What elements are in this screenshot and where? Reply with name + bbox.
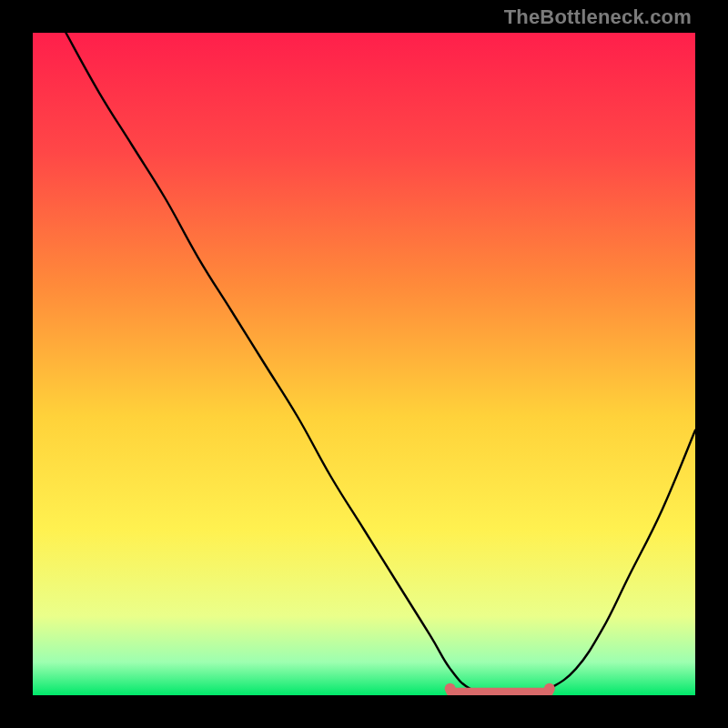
- svg-rect-0: [33, 33, 695, 695]
- chart-area: [33, 33, 695, 695]
- chart-background-gradient: [33, 33, 695, 695]
- watermark-text: TheBottleneck.com: [504, 5, 692, 29]
